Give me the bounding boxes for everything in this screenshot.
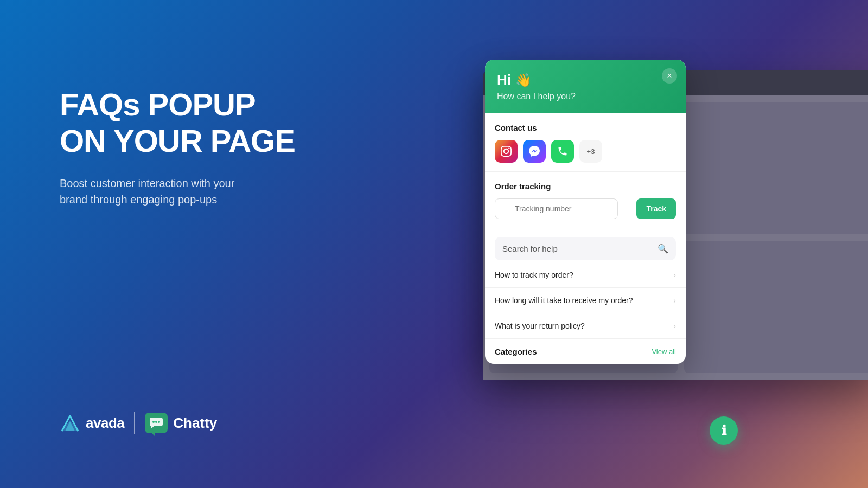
svg-point-3 — [155, 421, 157, 423]
faq-list: How to track my order? › How long will i… — [485, 262, 686, 339]
wave-emoji: 👋 — [515, 73, 532, 88]
browser-placeholder-2 — [684, 102, 868, 234]
avada-icon — [60, 413, 80, 433]
chatty-text: Chatty — [173, 415, 217, 432]
chat-body: Contact us +3 — [485, 113, 686, 364]
instagram-button[interactable] — [495, 140, 518, 163]
title-line1: FAQs POPUP — [60, 87, 256, 122]
avada-logo: avada — [60, 413, 124, 433]
categories-title: Categories — [495, 347, 537, 356]
tracking-input-row: 🔍 Track — [495, 198, 676, 219]
chat-greeting: Hi 👋 — [497, 72, 675, 88]
tracking-input-wrapper: 🔍 — [495, 198, 632, 219]
search-bar[interactable]: Search for help 🔍 — [495, 237, 676, 260]
chat-popup: Hi 👋 How can I help you? × Contact us — [485, 60, 686, 364]
faq-item-1[interactable]: How to track my order? › — [485, 262, 686, 288]
messenger-button[interactable] — [523, 140, 546, 163]
chat-header: Hi 👋 How can I help you? × — [485, 60, 686, 113]
contact-section: Contact us +3 — [485, 113, 686, 172]
faq-item-3[interactable]: What is your return policy? › — [485, 313, 686, 339]
chevron-right-icon-2: › — [673, 296, 676, 305]
contact-icons: +3 — [495, 140, 676, 163]
chatty-icon — [145, 413, 168, 433]
track-button[interactable]: Track — [636, 198, 676, 219]
phone-button[interactable] — [551, 140, 574, 163]
info-icon: ℹ — [722, 423, 726, 438]
view-all-link[interactable]: View all — [652, 348, 676, 356]
svg-point-4 — [158, 421, 160, 423]
main-title: FAQs POPUP ON YOUR PAGE — [60, 87, 363, 159]
left-content: FAQs POPUP ON YOUR PAGE Boost customer i… — [60, 87, 363, 208]
tracking-input[interactable] — [495, 198, 618, 219]
close-button[interactable]: × — [662, 68, 677, 84]
browser-placeholder-4 — [684, 241, 868, 373]
search-label: Search for help — [502, 244, 558, 253]
title-line2: ON YOUR PAGE — [60, 123, 295, 158]
search-section: Search for help 🔍 — [485, 228, 686, 260]
faq-item-text-2: How long will it take to receive my orde… — [495, 296, 633, 305]
chatty-logo: Chatty — [145, 413, 217, 433]
greeting-hi: Hi — [497, 72, 511, 88]
logo-divider — [134, 412, 135, 434]
faq-item-2[interactable]: How long will it take to receive my orde… — [485, 288, 686, 313]
subtitle: Boost customer interaction with yourbran… — [60, 175, 363, 208]
faq-item-text-1: How to track my order? — [495, 271, 573, 279]
chevron-right-icon-3: › — [673, 322, 676, 330]
search-icon: 🔍 — [658, 243, 668, 254]
more-contacts-button[interactable]: +3 — [579, 140, 602, 163]
chevron-right-icon-1: › — [673, 271, 676, 279]
tracking-title: Order tracking — [495, 182, 676, 191]
avada-text: avada — [86, 415, 124, 432]
faq-item-text-3: What is your return policy? — [495, 322, 585, 330]
categories-section: Categories View all — [485, 339, 686, 364]
contact-title: Contact us — [495, 123, 676, 132]
logo-area: avada Chatty — [60, 412, 217, 434]
tracking-section: Order tracking 🔍 Track — [485, 172, 686, 228]
svg-point-2 — [152, 421, 155, 423]
chat-subtitle: How can I help you? — [497, 92, 675, 101]
info-button[interactable]: ℹ — [710, 416, 738, 445]
